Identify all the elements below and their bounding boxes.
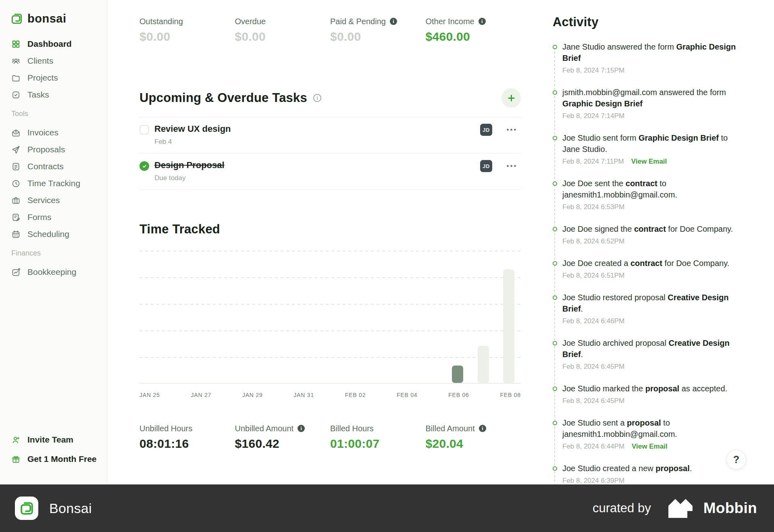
sidebar-item-scheduling[interactable]: Scheduling (0, 226, 107, 243)
plus-icon (506, 93, 516, 103)
sidebar-item-bookkeeping[interactable]: Bookkeeping (0, 264, 107, 281)
sidebar-item-clients[interactable]: Clients (0, 52, 107, 69)
info-icon[interactable]: i (390, 18, 397, 25)
view-email-link[interactable]: View Email (632, 441, 668, 452)
chart-gridline (139, 277, 521, 278)
add-task-button[interactable] (501, 88, 521, 108)
sidebar-item-dashboard[interactable]: Dashboard (0, 35, 107, 52)
stat-unbilled-hours: Unbilled Hours08:01:16 (139, 424, 235, 451)
info-icon[interactable]: i (313, 94, 321, 102)
stat-label-row: Paid & Pendingi (330, 17, 426, 26)
assignee-avatar[interactable]: JD (480, 124, 492, 136)
activity-text-plain: Joe Doe signed the (562, 224, 634, 233)
stat-label: Other Income (426, 17, 474, 26)
activity-text: Joe Doe created a contract for Doe Compa… (562, 258, 744, 269)
help-button[interactable]: ? (726, 450, 746, 470)
info-icon[interactable]: i (479, 18, 486, 25)
task-row: Design ProposalDue todayJD••• (139, 153, 521, 190)
sidebar-item-label: Time Tracking (27, 179, 80, 188)
stat-value: $160.42 (235, 436, 331, 451)
sidebar-item-label: Forms (27, 212, 52, 222)
task-text: Review UX designFeb 4 (154, 124, 231, 146)
activity-text: Joe Doe signed the contract for Doe Comp… (562, 223, 744, 235)
activity-text-plain: . (581, 350, 583, 359)
chart-bar-feb-07[interactable] (478, 346, 489, 383)
task-title[interactable]: Review UX design (154, 124, 231, 134)
chart-bar-feb-08[interactable] (503, 269, 514, 383)
activity-item: jsmith.mobbin@gmail.com answered the for… (553, 87, 744, 122)
stat-paid-pending: Paid & Pendingi$0.00 (330, 17, 426, 44)
stats-row-bottom: Unbilled Hours08:01:16Unbilled Amounti$1… (139, 424, 521, 451)
sidebar-section-label-tools: Tools (0, 103, 107, 124)
checked-checkbox[interactable] (139, 161, 149, 171)
chart-gridline (139, 251, 521, 251)
activity-meta: Feb 8, 2024 6:46PM (562, 316, 744, 327)
activity-text-plain: for Doe Company. (666, 224, 733, 233)
task-list: Review UX designFeb 4JD•••Design Proposa… (139, 117, 521, 190)
sidebar-item-invoices[interactable]: $Invoices (0, 124, 107, 141)
mobbin-wordmark: Mobbin (703, 500, 757, 517)
sidebar-bottom: Invite TeamGet 1 Month Free (0, 430, 107, 469)
activity-meta: Feb 8, 2024 6:53PM (562, 202, 744, 213)
stat-value: $20.04 (426, 436, 521, 451)
stat-value: 08:01:16 (139, 436, 235, 451)
chart-x-axis-labels: JAN 25JAN 27JAN 29JAN 31FEB 02FEB 04FEB … (139, 392, 521, 398)
x-axis-tick-label: JAN 29 (242, 392, 263, 398)
task-menu-ellipsis-icon[interactable]: ••• (503, 160, 521, 172)
stats-row-top: Outstanding$0.00Overdue$0.00Paid & Pendi… (139, 17, 521, 44)
assignee-avatar[interactable]: JD (480, 160, 492, 172)
curated-by-label: curated by (593, 501, 651, 515)
info-icon[interactable]: i (479, 425, 486, 432)
activity-text: Joe Studio archived proposal Creative De… (562, 337, 744, 360)
sidebar-item-services[interactable]: Services (0, 192, 107, 209)
unchecked-checkbox[interactable] (139, 125, 149, 135)
sidebar-item-contracts[interactable]: Contracts (0, 158, 107, 175)
sidebar-item-proposals[interactable]: Proposals (0, 141, 107, 158)
sidebar-item-time-tracking[interactable]: Time Tracking (0, 175, 107, 192)
stat-billed-hours: Billed Hours01:00:07 (330, 424, 426, 451)
sidebar-section-label-finances: Finances (0, 243, 107, 264)
task-row-actions: JD••• (480, 160, 521, 172)
bonsai-logo[interactable]: bonsai (10, 12, 66, 25)
stat-label: Unbilled Hours (139, 424, 192, 433)
activity-text-bold: contract (634, 224, 666, 233)
sidebar-item-projects[interactable]: Projects (0, 69, 107, 86)
logo-wordmark: bonsai (27, 12, 66, 25)
mobbin-logo-icon (667, 499, 695, 518)
sidebar: bonsai DashboardClientsProjectsTasksTool… (0, 0, 107, 484)
info-icon[interactable]: i (298, 425, 305, 432)
activity-text-bold: contract (626, 179, 657, 188)
sidebar-item-label: Dashboard (27, 39, 72, 49)
sidebar-item-tasks[interactable]: Tasks (0, 86, 107, 103)
activity-item: Joe Studio sent a proposal to janesmith1… (553, 417, 744, 452)
task-menu-ellipsis-icon[interactable]: ••• (503, 124, 521, 136)
check-square-icon (11, 90, 21, 100)
get-1-month-free-button[interactable]: Get 1 Month Free (0, 449, 107, 469)
activity-text-plain: Joe Studio created a new (562, 464, 655, 473)
x-axis-tick-label: FEB 06 (448, 392, 469, 398)
activity-timestamp: Feb 8, 2024 6:45PM (562, 395, 624, 407)
chart-bar-feb-06[interactable] (452, 366, 463, 383)
stat-label-row: Other Incomei (426, 17, 521, 26)
tasks-section: Upcoming & Overdue Tasks i Review UX des… (139, 86, 521, 190)
invite-team-button[interactable]: Invite Team (0, 430, 107, 449)
activity-text-bold: Graphic Design Brief (639, 133, 719, 142)
chart-line-icon (11, 268, 21, 277)
x-axis-tick-label: JAN 31 (293, 392, 314, 398)
activity-timestamp: Feb 8, 2024 7:11PM (562, 156, 624, 167)
timeline-bullet-icon (553, 136, 557, 140)
activity-text-plain: Joe Doe created a (562, 259, 630, 268)
bonsai-app-icon (15, 497, 38, 520)
sidebar-item-forms[interactable]: Forms (0, 209, 107, 226)
task-title[interactable]: Design Proposal (154, 160, 225, 170)
view-email-link[interactable]: View Email (631, 156, 667, 167)
activity-timestamp: Feb 8, 2024 6:46PM (562, 316, 624, 327)
stat-label-row: Unbilled Amounti (235, 424, 331, 433)
briefcase-icon (11, 196, 21, 205)
activity-text: Joe Studio marked the proposal as accept… (562, 383, 744, 394)
activity-meta: Feb 8, 2024 6:51PM (562, 270, 744, 281)
gift-icon (11, 455, 21, 464)
activity-text-plain: jsmith.mobbin@gmail.com answered the for… (562, 88, 726, 97)
timeline-bullet-icon (553, 387, 557, 391)
activity-text-plain: Joe Studio sent form (562, 133, 639, 142)
